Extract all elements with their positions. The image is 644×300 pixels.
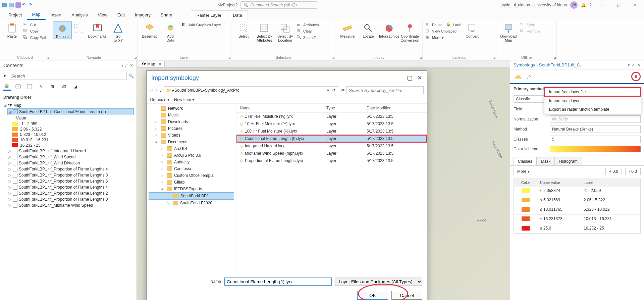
tree-item[interactable]: ▷Pictures	[149, 125, 234, 132]
select-by-attr-button[interactable]: Select By Attributes	[255, 21, 274, 42]
tree-item[interactable]: ◢IFTDSSExports	[149, 186, 234, 192]
tab-share[interactable]: Share	[156, 10, 177, 20]
minus-button[interactable]: - 0.0	[625, 168, 641, 175]
cut-button[interactable]: ✂Cut	[23, 22, 47, 28]
remove-button[interactable]: ⊟Remove	[520, 29, 540, 34]
layer-item[interactable]: ▷SouthForkLBP1.tif_Proportion of Flame L…	[7, 196, 134, 202]
layer-item[interactable]: ▷SouthForkLBP1.tif_Proportion of Flame L…	[7, 166, 134, 172]
class-row[interactable]: ≤ 25.016.232 - 25	[514, 224, 640, 233]
locate-button[interactable]: Locate	[359, 21, 378, 38]
clipboard-dialog-icon[interactable]: ◢	[47, 56, 49, 59]
file-row[interactable]: ◇Proportion of Flame Lengths.lyrxLayer5/…	[236, 157, 427, 164]
close-contents-icon[interactable]: ✕	[130, 63, 133, 68]
more-labeling-button[interactable]: ▦More ▾	[425, 35, 461, 40]
layer-item[interactable]: ▷SouthForkLBP1.tif_Proportion of Flame L…	[7, 190, 134, 196]
tab-insert[interactable]: Insert	[46, 10, 67, 20]
select-button[interactable]: Select	[234, 21, 253, 38]
tree-item[interactable]: Music	[149, 112, 234, 118]
new-item-dropdown[interactable]: New Item ▾	[174, 97, 194, 102]
basemap-button[interactable]: Basemap	[140, 21, 159, 38]
tree-item[interactable]: ▷ArcGIS Pro 3.0	[149, 152, 234, 159]
nav-back[interactable]: ◁	[150, 88, 153, 93]
notification-icon[interactable]: 🔔	[581, 3, 586, 7]
tree-item[interactable]: ▷SouthForkLF2020	[149, 200, 234, 206]
layer-item[interactable]: ▷SouthForkLBP1.tif_Wind Direction	[7, 160, 134, 166]
file-row[interactable]: ◇10 Hr Fuel Moisture (%).lyrxLayer5/17/2…	[236, 120, 427, 128]
dialog-maximize[interactable]: ▢	[407, 74, 413, 82]
filename-input[interactable]	[224, 278, 332, 286]
avatar[interactable]: JH	[570, 1, 578, 9]
list-by-snapping[interactable]: ⊞	[48, 83, 56, 91]
tree-item[interactable]: ▷ArcGIS	[149, 145, 234, 152]
close-symbology[interactable]: ✕	[637, 62, 641, 67]
menu-import-from-layer[interactable]: Import from layer	[544, 96, 641, 105]
close-button[interactable]: ✕	[629, 0, 642, 10]
measure-button[interactable]: Measure	[338, 21, 357, 38]
ok-button[interactable]: OK	[357, 291, 388, 300]
color-scheme[interactable]	[550, 146, 641, 152]
bookmarks-button[interactable]: Bookmarks	[88, 21, 107, 38]
layer-checkbox[interactable]	[13, 161, 17, 165]
go-to-xy-button[interactable]: Go To XY	[109, 21, 127, 42]
view-unplaced-button[interactable]: ◫View Unplaced	[425, 29, 461, 34]
add-data-button[interactable]: Add Data	[161, 21, 180, 42]
layer-item[interactable]: ▷SouthForkLBP1.tif_Proportion of Flame L…	[7, 178, 134, 184]
paste-button[interactable]: Paste	[3, 21, 21, 38]
tree-item[interactable]: ▷Custom Office Templa	[149, 172, 234, 179]
file-row[interactable]: ◇Midflame Wind Speed (mph).lyrxLayer5/17…	[236, 150, 427, 157]
select-by-loc-button[interactable]: Select By Location	[276, 21, 294, 42]
nav-forward[interactable]: ▷	[155, 88, 158, 93]
class-row[interactable]: ≤ 16.23137310.013 - 16.231	[514, 214, 640, 224]
path-bar[interactable]: 📁 ▸ SouthForkLBP1 ▸ Symbology_ArcPro ▾ ⟳	[164, 86, 338, 94]
tree-item[interactable]: SouthForkLBP1	[149, 192, 234, 200]
plus-button[interactable]: + 0.0	[605, 168, 622, 175]
contents-search[interactable]	[9, 72, 127, 80]
maximize-button[interactable]: ▢	[612, 0, 625, 10]
redo-icon[interactable]: ↷	[29, 2, 34, 8]
full-extent-button[interactable]: ⛶	[74, 24, 86, 30]
prev-extent-icon[interactable]: ←	[74, 31, 79, 36]
class-row[interactable]: ≤ 10.0117655.323 - 10.012	[514, 205, 640, 214]
tab-data[interactable]: Data	[227, 10, 248, 20]
tab-view[interactable]: View	[93, 10, 112, 20]
infographics-button[interactable]: Infographics	[380, 21, 398, 38]
layer-checkbox[interactable]	[13, 203, 17, 208]
dialog-search[interactable]	[346, 86, 424, 94]
add-graphics-button[interactable]: ◧Add Graphics Layer	[182, 22, 221, 28]
symbology-menu-button[interactable]: ≡	[631, 72, 641, 81]
list-by-labeling[interactable]: 🏷	[60, 83, 68, 91]
tree-item[interactable]: ▷Audacity	[149, 159, 234, 165]
layer-item[interactable]: ▷SouthForkLBP1.tif_Wind Speed	[7, 154, 134, 160]
open-icon[interactable]	[9, 2, 14, 8]
tree-item[interactable]: ▷Videos	[149, 132, 234, 139]
explore-button[interactable]: Explore	[53, 21, 72, 39]
layer-checkbox[interactable]	[13, 197, 17, 202]
pause-button[interactable]: ⏸Pause 🔒Lock	[425, 22, 461, 28]
search-icon[interactable]: 🔍	[129, 73, 134, 78]
next-extent-icon[interactable]: →	[80, 31, 86, 36]
tab-analysis[interactable]: Analysis	[66, 10, 93, 20]
close-map-tab[interactable]: ✕	[158, 62, 162, 66]
inquiry-dialog-icon[interactable]: ◢	[419, 56, 422, 59]
tab-edit[interactable]: Edit	[112, 10, 130, 20]
file-row[interactable]: ◇100 Hr Fuel Moisture (%).lyrxLayer5/17/…	[236, 128, 427, 135]
tree-item[interactable]: ◢Documents	[149, 139, 234, 145]
save-icon[interactable]	[15, 2, 21, 8]
map-document-tab[interactable]: 🗺Map✕	[139, 61, 165, 67]
class-row[interactable]: ≤ 5.3215692.06 - 5.322	[514, 196, 640, 205]
copy-path-button[interactable]: ⿻Copy Path	[23, 35, 47, 40]
list-by-editing[interactable]: ✎	[37, 83, 45, 91]
dialog-close[interactable]: ✕	[417, 74, 422, 82]
layer-checkbox[interactable]	[13, 185, 17, 190]
nav-up[interactable]: ⤴	[160, 88, 162, 93]
zoom-to-button[interactable]: 🔍Zoom To	[297, 35, 319, 40]
sync-button[interactable]: ⟳Sync	[520, 22, 540, 28]
more-button[interactable]: More ▾	[514, 168, 533, 175]
normalization-dropdown[interactable]: No fields	[550, 115, 641, 123]
primary-symbology-tab[interactable]	[514, 72, 523, 81]
sub-tab-histogram[interactable]: Histogram	[555, 157, 582, 165]
layer-item[interactable]: ▷SouthForkLBP1.tif_Midflame Wind Speed	[7, 202, 134, 208]
selection-dialog-icon[interactable]: ◢	[332, 56, 334, 59]
list-by-source[interactable]	[14, 83, 22, 91]
tree-item[interactable]: ▷Camtasia	[149, 165, 234, 172]
